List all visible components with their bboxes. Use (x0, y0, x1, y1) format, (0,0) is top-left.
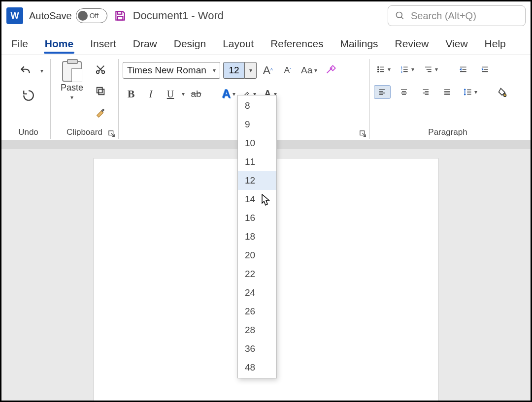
svg-rect-8 (99, 89, 104, 94)
svg-rect-1 (117, 16, 123, 20)
toggle-knob (78, 11, 88, 21)
font-size-option-9[interactable]: 9 (238, 115, 276, 134)
tab-design[interactable]: Design (173, 35, 207, 55)
svg-point-17 (378, 71, 379, 72)
cut-button[interactable] (92, 62, 109, 77)
italic-button[interactable]: I (142, 87, 159, 101)
font-name-chevron-icon: ▾ (213, 67, 216, 74)
font-size-option-11[interactable]: 11 (238, 153, 276, 171)
font-size-input[interactable]: 12 (223, 62, 245, 79)
font-size-dropdown[interactable]: 8910111214161820222426283648 (237, 95, 277, 378)
shading-button[interactable] (494, 85, 511, 99)
font-size-dropdown-button[interactable]: ▾ (245, 62, 257, 79)
ribbon-tabs: FileHomeInsertDrawDesignLayoutReferences… (1, 30, 531, 55)
bold-button[interactable]: B (123, 87, 139, 101)
search-placeholder: Search (Alt+Q) (411, 10, 476, 22)
svg-point-2 (397, 12, 402, 18)
underline-button[interactable]: U (162, 87, 179, 101)
font-size-selector[interactable]: 12 ▾ (223, 62, 257, 79)
svg-line-3 (401, 17, 403, 19)
tab-view[interactable]: View (444, 35, 468, 55)
font-size-option-22[interactable]: 22 (238, 265, 276, 283)
font-size-option-48[interactable]: 48 (238, 358, 276, 377)
undo-dropdown[interactable]: ▾ (40, 67, 43, 74)
autosave-group: AutoSave Off (29, 8, 107, 23)
clipboard-launcher[interactable] (108, 130, 115, 137)
tab-draw[interactable]: Draw (132, 35, 158, 55)
font-size-option-10[interactable]: 10 (238, 134, 276, 153)
autosave-toggle[interactable]: Off (76, 8, 107, 23)
align-left-button[interactable] (374, 85, 391, 99)
paste-button[interactable]: Paste ▾ (55, 59, 89, 101)
tab-review[interactable]: Review (394, 35, 430, 55)
tab-insert[interactable]: Insert (89, 35, 117, 55)
paste-label: Paste (61, 83, 83, 93)
strikethrough-button[interactable]: ab (188, 87, 204, 101)
line-spacing-button[interactable] (461, 85, 479, 99)
font-size-option-28[interactable]: 28 (238, 321, 276, 340)
justify-button[interactable] (439, 85, 456, 99)
search-icon (395, 11, 405, 21)
search-box[interactable]: Search (Alt+Q) (388, 5, 526, 26)
text-effects-button[interactable]: A (220, 87, 237, 101)
font-launcher[interactable] (360, 130, 366, 137)
svg-rect-0 (117, 11, 122, 14)
group-clipboard: Paste ▾ Clipboard (51, 59, 119, 139)
svg-rect-9 (97, 88, 102, 93)
group-paragraph: 123 (370, 59, 526, 139)
bullets-button[interactable] (374, 62, 393, 77)
numbering-button[interactable]: 123 (398, 62, 416, 77)
tab-help[interactable]: Help (484, 35, 507, 55)
shrink-font-button[interactable]: Aˇ (279, 63, 296, 78)
tab-layout[interactable]: Layout (222, 35, 255, 55)
undo-button[interactable] (14, 61, 37, 81)
svg-point-15 (378, 69, 379, 70)
autosave-label: AutoSave (29, 10, 72, 22)
tab-references[interactable]: References (269, 35, 324, 55)
clear-formatting-button[interactable] (322, 63, 339, 78)
title-bar: W AutoSave Off Document1 - Word Search (… (1, 1, 531, 30)
svg-rect-11 (331, 65, 335, 70)
group-undo: ▾ Undo (6, 59, 51, 139)
decrease-indent-button[interactable] (455, 62, 471, 77)
format-painter-button[interactable] (92, 105, 109, 120)
font-size-option-24[interactable]: 24 (238, 283, 276, 302)
save-button[interactable] (113, 9, 127, 23)
font-size-option-26[interactable]: 26 (238, 302, 276, 321)
font-size-option-36[interactable]: 36 (238, 340, 276, 358)
underline-dropdown[interactable]: ▾ (182, 91, 185, 97)
group-label-clipboard: Clipboard (55, 127, 114, 139)
word-app-icon: W (6, 7, 23, 24)
multilevel-list-button[interactable] (421, 62, 440, 77)
repeat-button[interactable] (17, 86, 40, 105)
paste-icon (62, 61, 82, 82)
group-label-undo: Undo (10, 127, 46, 139)
font-size-option-18[interactable]: 18 (238, 227, 276, 246)
align-right-button[interactable] (417, 85, 434, 99)
document-title: Document1 - Word (133, 9, 224, 22)
change-case-button[interactable]: Aa (299, 63, 319, 78)
font-name-value: Times New Roman (127, 65, 206, 76)
copy-button[interactable] (92, 84, 109, 98)
increase-indent-button[interactable] (476, 62, 493, 77)
autosave-state: Off (90, 12, 99, 20)
align-center-button[interactable] (396, 85, 412, 99)
font-size-option-16[interactable]: 16 (238, 209, 276, 227)
svg-text:3: 3 (401, 70, 402, 73)
font-name-selector[interactable]: Times New Roman ▾ (123, 62, 220, 79)
svg-point-13 (378, 66, 379, 67)
font-size-option-14[interactable]: 14 (238, 190, 276, 209)
tab-mailings[interactable]: Mailings (339, 35, 379, 55)
tab-home[interactable]: Home (44, 35, 74, 55)
font-size-option-20[interactable]: 20 (238, 246, 276, 265)
tab-file[interactable]: File (10, 35, 29, 55)
grow-font-button[interactable]: A^ (260, 63, 276, 78)
font-size-option-12[interactable]: 12 (238, 171, 276, 190)
font-size-option-8[interactable]: 8 (238, 96, 276, 115)
paste-dropdown[interactable]: ▾ (70, 94, 73, 101)
group-label-paragraph: Paragraph (374, 127, 522, 139)
